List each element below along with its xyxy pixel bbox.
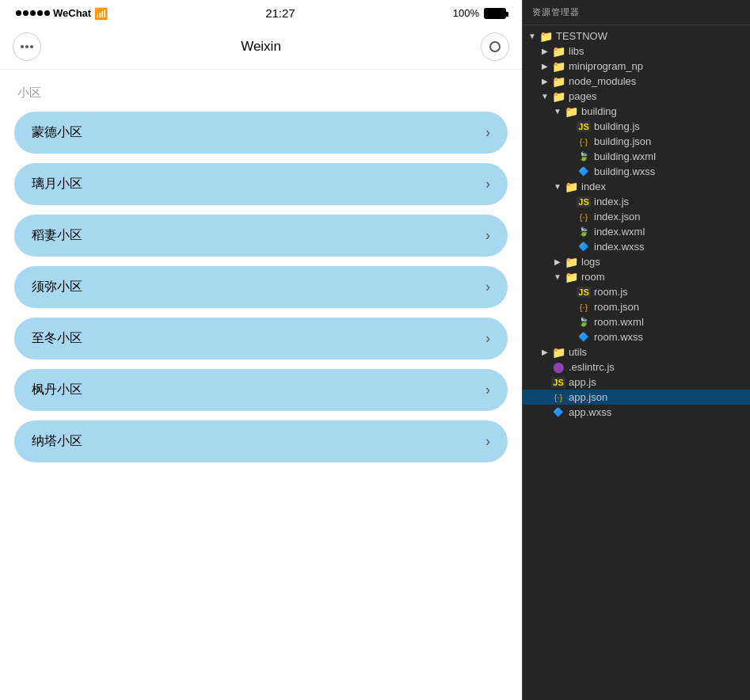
tree-app-wxss[interactable]: 🔷 app.wxss xyxy=(523,405,750,420)
chevron-right-icon-4: › xyxy=(485,330,490,347)
list-item-text-3: 须弥小区 xyxy=(32,279,82,295)
index-js-icon: JS xyxy=(577,196,591,207)
tree-index-json[interactable]: {·} index.json xyxy=(523,209,750,224)
carrier-label: WeChat xyxy=(53,7,91,19)
tree-building-wxss[interactable]: 🔷 building.wxss xyxy=(523,164,750,179)
tree-building-js[interactable]: JS building.js xyxy=(523,119,750,134)
tree-index-wxss[interactable]: 🔷 index.wxss xyxy=(523,239,750,254)
tree-room-wxml[interactable]: 🍃 room.wxml xyxy=(523,314,750,329)
nav-dot-3 xyxy=(30,45,33,48)
nav-record-button[interactable] xyxy=(481,32,509,61)
node-modules-arrow: ▶ xyxy=(539,77,551,86)
building-wxml-icon: 🍃 xyxy=(577,151,591,162)
tree-container: ▼ 📁 TESTNOW ▶ 📁 libs ▶ 📁 miniprogram_np xyxy=(523,25,750,423)
pages-arrow: ▼ xyxy=(539,92,551,101)
logs-folder-icon: 📁 xyxy=(564,257,578,268)
app-wxss-icon: 🔷 xyxy=(551,407,565,418)
index-label: index xyxy=(581,181,606,192)
tree-app-js[interactable]: JS app.js xyxy=(523,375,750,390)
signal-dot-3 xyxy=(30,10,36,16)
chevron-right-icon-2: › xyxy=(485,227,490,244)
building-json-label: building.json xyxy=(594,135,651,147)
app-js-icon: JS xyxy=(551,377,565,388)
chevron-right-icon-3: › xyxy=(485,279,490,295)
room-wxss-icon: 🔷 xyxy=(577,332,591,343)
tree-app-json[interactable]: {·} app.json xyxy=(523,390,750,405)
libs-arrow: ▶ xyxy=(539,47,551,55)
chevron-right-icon-6: › xyxy=(485,433,490,450)
signal-dot-5 xyxy=(44,10,50,16)
building-folder-icon: 📁 xyxy=(564,106,578,117)
battery-fill xyxy=(485,10,504,17)
wifi-icon: 📶 xyxy=(94,7,108,20)
list-item-2[interactable]: 稻妻小区 › xyxy=(14,215,508,257)
logs-arrow: ▶ xyxy=(551,257,564,266)
logs-label: logs xyxy=(581,256,600,268)
list-item-3[interactable]: 须弥小区 › xyxy=(14,266,508,308)
room-arrow: ▼ xyxy=(551,272,564,281)
tree-room-wxss[interactable]: 🔷 room.wxss xyxy=(523,329,750,344)
index-wxss-icon: 🔷 xyxy=(577,242,591,253)
index-json-icon: {·} xyxy=(577,211,591,223)
list-item-text-4: 至冬小区 xyxy=(32,330,82,347)
tree-building-json[interactable]: {·} building.json xyxy=(523,134,750,149)
tree-index[interactable]: ▼ 📁 index xyxy=(523,179,750,194)
root-folder-icon: 📁 xyxy=(539,31,553,42)
signal-dot-1 xyxy=(16,10,21,16)
nav-dot-1 xyxy=(21,45,24,48)
eslintrc-label: .eslintrc.js xyxy=(569,361,615,373)
room-json-label: room.json xyxy=(594,301,639,313)
filetree-panel: 资源管理器 ▼ 📁 TESTNOW ▶ 📁 libs ▶ 📁 xyxy=(523,0,750,700)
chevron-right-icon-5: › xyxy=(485,382,490,398)
eslintrc-icon: ⬤ xyxy=(551,362,565,373)
tree-pages[interactable]: ▼ 📁 pages xyxy=(523,89,750,104)
room-js-icon: JS xyxy=(577,287,591,298)
nav-more-button[interactable] xyxy=(13,32,41,61)
list-item-1[interactable]: 璃月小区 › xyxy=(14,163,508,205)
list-item-5[interactable]: 枫丹小区 › xyxy=(14,369,508,411)
building-json-icon: {·} xyxy=(577,136,591,147)
building-js-label: building.js xyxy=(594,120,640,132)
tree-index-wxml[interactable]: 🍃 index.wxml xyxy=(523,224,750,239)
status-right: 100% xyxy=(453,7,506,19)
list-item-text-0: 蒙德小区 xyxy=(32,124,82,141)
room-wxss-label: room.wxss xyxy=(594,331,643,343)
index-wxml-icon: 🍃 xyxy=(577,226,591,238)
tree-logs[interactable]: ▶ 📁 logs xyxy=(523,254,750,269)
index-wxml-label: index.wxml xyxy=(594,226,645,238)
index-wxss-label: index.wxss xyxy=(594,241,645,253)
signal-dot-4 xyxy=(37,10,43,16)
list-item-4[interactable]: 至冬小区 › xyxy=(14,318,508,360)
tree-room-js[interactable]: JS room.js xyxy=(523,284,750,299)
index-js-label: index.js xyxy=(594,196,629,207)
room-json-icon: {·} xyxy=(577,302,591,313)
room-wxml-icon: 🍃 xyxy=(577,317,591,328)
building-wxss-label: building.wxss xyxy=(594,165,655,177)
nav-bar: Weixin xyxy=(0,25,522,70)
room-label: room xyxy=(581,271,605,283)
index-json-label: index.json xyxy=(594,211,641,223)
tree-room[interactable]: ▼ 📁 room xyxy=(523,269,750,284)
chevron-right-icon-1: › xyxy=(485,176,490,192)
tree-building-wxml[interactable]: 🍃 building.wxml xyxy=(523,149,750,164)
list-item-0[interactable]: 蒙德小区 › xyxy=(14,112,508,154)
tree-node-modules[interactable]: ▶ 📁 node_modules xyxy=(523,74,750,89)
tree-libs[interactable]: ▶ 📁 libs xyxy=(523,44,750,59)
room-folder-icon: 📁 xyxy=(564,272,578,283)
list-item-text-6: 纳塔小区 xyxy=(32,433,82,450)
tree-utils[interactable]: ▶ 📁 utils xyxy=(523,344,750,360)
list-item-6[interactable]: 纳塔小区 › xyxy=(14,420,508,462)
chevron-right-icon-0: › xyxy=(485,124,490,141)
miniprogram-label: miniprogram_np xyxy=(569,60,643,72)
app-json-icon: {·} xyxy=(551,392,565,403)
room-wxml-label: room.wxml xyxy=(594,316,644,328)
tree-eslintrc[interactable]: ⬤ .eslintrc.js xyxy=(523,360,750,375)
building-arrow: ▼ xyxy=(551,107,564,116)
tree-room-json[interactable]: {·} room.json xyxy=(523,299,750,314)
tree-root[interactable]: ▼ 📁 TESTNOW xyxy=(523,29,750,44)
root-arrow: ▼ xyxy=(526,32,539,40)
tree-index-js[interactable]: JS index.js xyxy=(523,194,750,209)
tree-building[interactable]: ▼ 📁 building xyxy=(523,104,750,119)
list-item-text-1: 璃月小区 xyxy=(32,176,82,192)
tree-miniprogram[interactable]: ▶ 📁 miniprogram_np xyxy=(523,59,750,74)
